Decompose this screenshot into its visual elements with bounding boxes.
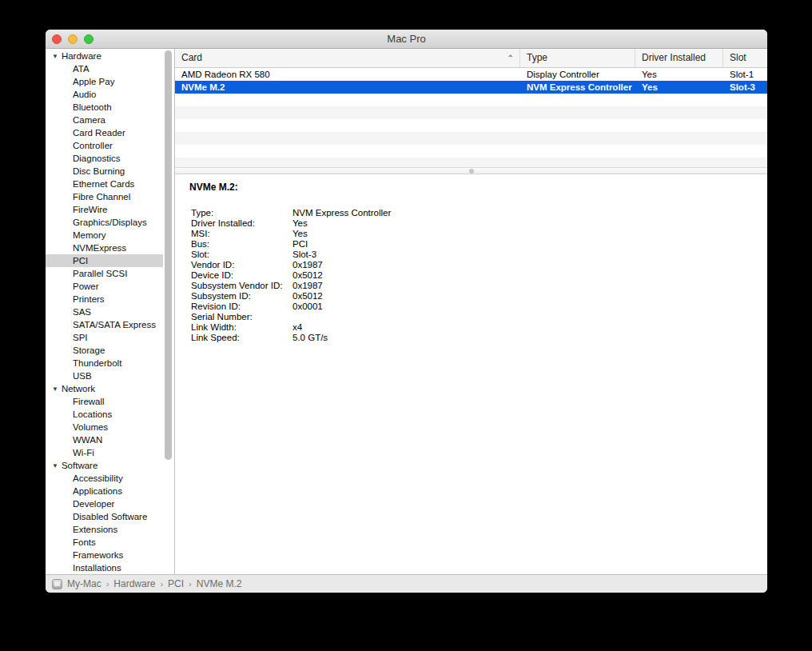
splitter-handle-icon [469,169,474,174]
detail-label: Link Speed: [191,333,293,343]
sidebar-item-audio[interactable]: Audio [46,88,174,101]
sidebar-item-printers[interactable]: Printers [46,293,174,306]
sidebar-item-sata-sata-express[interactable]: SATA/SATA Express [46,318,174,331]
sidebar-item-power[interactable]: Power [46,280,174,293]
sidebar-item-label: Firewall [73,397,105,406]
sidebar-item-graphics-displays[interactable]: Graphics/Displays [46,216,174,229]
sidebar-item-wi-fi[interactable]: Wi-Fi [46,446,174,459]
sidebar-item-volumes[interactable]: Volumes [46,421,174,433]
detail-label: Slot: [191,250,293,260]
sort-ascending-icon[interactable]: ⌃ [508,50,514,67]
sidebar-item-label: Disabled Software [73,512,147,521]
sidebar-item-nvmexpress[interactable]: NVMExpress [46,242,174,254]
sidebar-item-card-reader[interactable]: Card Reader [46,126,174,139]
sidebar-item-spi[interactable]: SPI [46,331,174,344]
detail-row-device-id: Device ID:0x5012 [191,270,753,281]
table-row-amd-radeon-rx-580[interactable]: AMD Radeon RX 580Display ControllerYesSl… [175,68,767,81]
breadcrumb-item-hardware[interactable]: Hardware [113,578,155,589]
sidebar-section-label: Software [62,461,98,470]
detail-label: Subsystem Vendor ID: [191,281,293,291]
sidebar-item-camera[interactable]: Camera [46,114,174,126]
sidebar-item-parallel-scsi[interactable]: Parallel SCSI [46,267,174,280]
sidebar-item-frameworks[interactable]: Frameworks [46,549,174,561]
sidebar-item-label: Graphics/Displays [73,218,147,227]
sidebar-item-memory[interactable]: Memory [46,229,174,242]
sidebar-item-ethernet-cards[interactable]: Ethernet Cards [46,178,174,190]
cell-slot: Slot-3 [723,81,767,94]
column-header-driver-label: Driver Installed [642,52,706,63]
sidebar-item-locations[interactable]: Locations [46,408,174,421]
sidebar-item-bluetooth[interactable]: Bluetooth [46,101,174,114]
minimize-icon[interactable] [68,34,78,44]
sidebar-item-pci[interactable]: PCI [46,254,163,267]
close-icon[interactable] [52,34,62,44]
detail-label: Serial Number: [191,312,293,322]
sidebar-item-disc-burning[interactable]: Disc Burning [46,165,174,178]
zoom-icon[interactable] [84,34,94,44]
detail-row-link-width: Link Width:x4 [191,322,753,333]
sidebar-item-accessibility[interactable]: Accessibility [46,472,174,485]
sidebar-item-firewall[interactable]: Firewall [46,395,174,408]
sidebar-item-label: WWAN [73,435,102,445]
breadcrumb-item-pci[interactable]: PCI [168,578,184,589]
sidebar-item-label: Fonts [73,537,96,547]
sidebar-section-software[interactable]: ▼Software [46,459,174,472]
column-header-type[interactable]: Type [520,49,635,67]
pane-splitter[interactable] [175,167,767,174]
computer-icon [52,579,62,589]
sidebar-item-diagnostics[interactable]: Diagnostics [46,152,174,165]
sidebar-section-hardware[interactable]: ▼Hardware [46,50,174,62]
disclosure-triangle-icon[interactable]: ▼ [52,383,58,396]
sidebar-item-thunderbolt[interactable]: Thunderbolt [46,357,174,369]
sidebar-scrollbar[interactable] [165,50,172,460]
breadcrumb-item-nvme-m-2[interactable]: NVMe M.2 [197,578,242,589]
disclosure-triangle-icon[interactable]: ▼ [52,50,58,63]
sidebar-item-label: SATA/SATA Express [73,320,156,329]
window-title: Mac Pro [46,30,767,48]
sidebar-item-fonts[interactable]: Fonts [46,536,174,549]
breadcrumb-item-my-mac[interactable]: My-Mac [67,578,102,589]
detail-pane: NVMe M.2: Type:NVM Express ControllerDri… [175,174,767,574]
sidebar-section-network[interactable]: ▼Network [46,382,174,395]
title-bar[interactable]: Mac Pro [46,30,767,49]
disclosure-triangle-icon[interactable]: ▼ [52,460,58,473]
detail-value: x4 [293,322,302,333]
sidebar-item-usb[interactable]: USB [46,369,174,382]
sidebar-item-label: Storage [73,345,105,355]
sidebar-item-installations[interactable]: Installations [46,561,174,574]
sidebar-item-label: SAS [73,307,91,317]
sidebar-item-fibre-channel[interactable]: Fibre Channel [46,190,174,203]
detail-label: Driver Installed: [191,218,293,229]
sidebar-item-controller[interactable]: Controller [46,139,174,152]
sidebar-item-label: Developer [73,499,114,509]
sidebar-item-disabled-software[interactable]: Disabled Software [46,510,174,523]
sidebar-item-applications[interactable]: Applications [46,485,174,497]
cell-type: NVM Express Controller [520,81,635,94]
sidebar-item-extensions[interactable]: Extensions [46,523,174,536]
column-header-driver-installed[interactable]: Driver Installed [635,49,723,67]
detail-row-subsystem-vendor-id: Subsystem Vendor ID:0x1987 [191,281,753,291]
sidebar-item-developer[interactable]: Developer [46,497,174,510]
detail-value: 5.0 GT/s [293,333,328,343]
sidebar-item-wwan[interactable]: WWAN [46,433,174,446]
detail-value: 0x1987 [293,281,323,291]
column-header-slot[interactable]: Slot [723,49,767,67]
detail-row-serial-number: Serial Number: [191,312,753,322]
sidebar-item-label: Power [73,282,99,291]
cell-card: AMD Radeon RX 580 [175,68,520,81]
detail-row-type: Type:NVM Express Controller [191,208,753,218]
sidebar-item-apple-pay[interactable]: Apple Pay [46,75,174,88]
column-header-type-label: Type [527,52,547,63]
detail-value: Yes [293,218,308,229]
sidebar-item-sas[interactable]: SAS [46,306,174,318]
sidebar-item-firewire[interactable]: FireWire [46,203,174,216]
sidebar-item-storage[interactable]: Storage [46,344,174,357]
table-row-nvme-m-2[interactable]: NVMe M.2NVM Express ControllerYesSlot-3 [175,81,767,94]
sidebar-item-label: Extensions [73,525,117,534]
detail-row-slot: Slot:Slot-3 [191,250,753,260]
column-header-card[interactable]: Card ⌃ [175,49,520,67]
table-header: Card ⌃ Type Driver Installed Slot [175,49,767,68]
table-empty-row [175,158,767,167]
table-empty-row [175,106,767,119]
sidebar-item-ata[interactable]: ATA [46,62,174,75]
